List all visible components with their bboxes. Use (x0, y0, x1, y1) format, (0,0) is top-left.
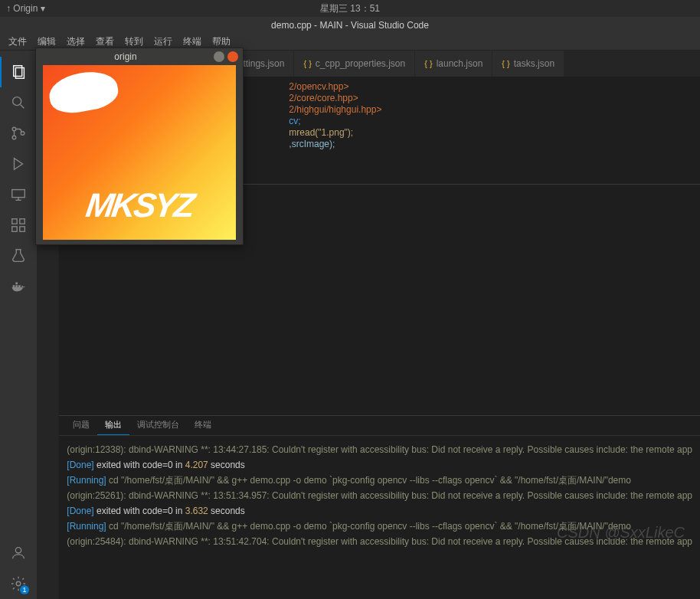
run-debug-icon[interactable] (0, 149, 37, 179)
panel-tab-输出[interactable]: 输出 (97, 416, 129, 435)
json-icon: { } (303, 59, 311, 68)
search-icon[interactable] (0, 87, 37, 118)
svg-marker-7 (15, 159, 23, 170)
svg-point-4 (12, 127, 16, 131)
code-line: mread("1.png"); (289, 127, 700, 139)
settings-icon[interactable] (0, 568, 37, 599)
panel-tab-终端[interactable]: 终端 (187, 416, 219, 435)
terminal-line: [Done] exited with code=0 in 4.207 secon… (67, 457, 692, 473)
svg-point-2 (13, 97, 21, 106)
svg-rect-8 (12, 190, 25, 198)
terminal-line: [Running] cd "/home/fst/桌面/MAIN/" && g++… (67, 473, 692, 488)
code-line: 2/core/core.hpp> (289, 93, 700, 104)
menu-选择[interactable]: 选择 (61, 35, 90, 48)
svg-rect-14 (20, 227, 25, 231)
menu-查看[interactable]: 查看 (90, 35, 119, 48)
menu-终端[interactable]: 终端 (178, 35, 207, 48)
explorer-icon[interactable] (0, 57, 37, 87)
svg-rect-11 (12, 219, 17, 224)
origin-image-window[interactable]: origin (35, 47, 244, 245)
menu-编辑[interactable]: 编辑 (32, 35, 61, 48)
svg-point-16 (15, 548, 21, 553)
tab-tasks.json[interactable]: { }tasks.json (492, 51, 564, 77)
bottom-panel: 问题输出调试控制台终端 (origin:12338): dbind-WARNIN… (59, 415, 700, 599)
panel-tab-问题[interactable]: 问题 (65, 416, 97, 435)
tab-launch.json[interactable]: { }launch.json (415, 51, 492, 77)
panel-tabs: 问题输出调试控制台终端 (59, 416, 700, 436)
desktop-top-bar: ↑ Origin ▾ 星期三 13：51 (0, 0, 700, 17)
accounts-icon[interactable] (0, 538, 37, 568)
window-title: demo.cpp - MAIN - Visual Studio Code (0, 17, 700, 34)
menu-帮助[interactable]: 帮助 (207, 35, 236, 48)
code-line: 2/highgui/highgui.hpp> (289, 104, 700, 116)
svg-point-6 (21, 132, 25, 136)
code-line: cv; (289, 116, 700, 127)
svg-point-5 (12, 136, 16, 139)
minimize-icon[interactable] (214, 51, 224, 62)
origin-titlebar[interactable]: origin (36, 48, 243, 65)
json-icon: { } (502, 59, 509, 68)
origin-image-content (43, 65, 236, 240)
top-bar-time: 星期三 13：51 (320, 2, 380, 15)
source-control-icon[interactable] (0, 118, 37, 149)
remote-icon[interactable] (0, 179, 37, 210)
activity-bar (0, 51, 37, 599)
terminal-line: (origin:25484): dbind-WARNING **: 13:51:… (67, 534, 692, 549)
origin-title: origin (41, 51, 211, 62)
terminal-line: [Done] exited with code=0 in 3.632 secon… (67, 503, 692, 519)
svg-line-3 (21, 105, 25, 109)
svg-rect-12 (20, 219, 25, 224)
terminal-line: (origin:25261): dbind-WARNING **: 13:51:… (67, 488, 692, 503)
panel-tab-调试控制台[interactable]: 调试控制台 (129, 416, 187, 435)
svg-rect-13 (12, 227, 17, 231)
tab-c_cpp_properties.json[interactable]: { }c_cpp_properties.json (294, 51, 414, 77)
code-line: ,srcImage); (289, 139, 700, 150)
json-icon: { } (424, 59, 432, 68)
menu-文件[interactable]: 文件 (3, 35, 32, 48)
terminal-line: (origin:12338): dbind-WARNING **: 13:44:… (67, 442, 692, 457)
docker-icon[interactable] (0, 271, 37, 302)
title-text: demo.cpp - MAIN - Visual Studio Code (271, 20, 429, 31)
svg-point-17 (16, 581, 21, 586)
code-line: 2/opencv.hpp> (289, 81, 700, 93)
output-content[interactable]: (origin:12338): dbind-WARNING **: 13:44:… (59, 436, 700, 599)
menu-运行[interactable]: 运行 (149, 35, 178, 48)
close-icon[interactable] (227, 51, 238, 62)
terminal-line: [Running] cd "/home/fst/桌面/MAIN/" && g++… (67, 519, 692, 534)
extensions-icon[interactable] (0, 210, 37, 241)
menu-转到[interactable]: 转到 (119, 35, 149, 48)
testing-icon[interactable] (0, 241, 37, 271)
